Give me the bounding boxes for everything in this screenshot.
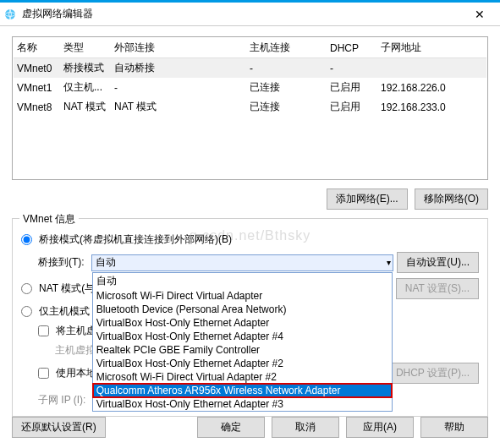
col-header[interactable]: DHCP (327, 38, 377, 58)
table-row[interactable]: VMnet1仅主机...-已连接已启用192.168.226.0 (14, 78, 486, 97)
use-local-label: 使用本地 (56, 366, 96, 380)
dhcp-settings-button[interactable]: DHCP 设置(P)... (387, 363, 479, 384)
subnet-ip-label: 子网 IP (I): (38, 393, 85, 407)
dropdown-option[interactable]: VirtualBox Host-Only Ethernet Adapter (93, 316, 393, 330)
ok-button[interactable]: 确定 (197, 417, 265, 438)
network-table[interactable]: 名称类型外部连接主机连接DHCP子网地址 VMnet0桥接模式自动桥接--VMn… (12, 36, 488, 180)
bridge-adapter-dropdown[interactable]: 自动Microsoft Wi-Fi Direct Virtual Adapter… (92, 272, 393, 412)
apply-button[interactable]: 应用(A) (346, 417, 414, 438)
dropdown-option[interactable]: Microsoft Wi-Fi Direct Virtual Adapter (93, 289, 393, 303)
nat-mode-label: NAT 模式(与 (39, 281, 95, 296)
table-row[interactable]: VMnet8NAT 模式NAT 模式已连接已启用192.168.233.0 (14, 97, 486, 117)
dropdown-option[interactable]: VirtualBox Host-Only Ethernet Adapter #3 (93, 397, 393, 411)
bridge-to-label: 桥接到(T): (38, 255, 85, 270)
hostonly-mode-label: 仅主机模式 (39, 304, 90, 319)
restore-defaults-button[interactable]: 还原默认设置(R) (12, 417, 106, 438)
dropdown-option[interactable]: VirtualBox Host-Only Ethernet Adapter #2 (93, 357, 393, 370)
host-connect-checkbox[interactable] (38, 325, 49, 336)
close-button[interactable]: ✕ (463, 8, 497, 21)
nat-settings-button[interactable]: NAT 设置(S)... (396, 278, 479, 299)
table-row[interactable]: VMnet0桥接模式自动桥接-- (14, 58, 486, 79)
col-header[interactable]: 外部连接 (111, 38, 246, 58)
chevron-down-icon: ▾ (387, 258, 391, 267)
nat-mode-radio[interactable] (21, 283, 32, 294)
dropdown-option[interactable]: Realtek PCIe GBE Family Controller (93, 343, 393, 357)
help-button[interactable]: 帮助 (420, 417, 488, 438)
bridge-adapter-value: 自动 (96, 255, 116, 270)
use-local-checkbox[interactable] (38, 368, 49, 379)
col-header[interactable]: 名称 (14, 38, 60, 58)
hostonly-mode-radio[interactable] (21, 306, 32, 317)
svg-point-0 (5, 9, 15, 19)
app-icon (3, 8, 17, 21)
bridge-mode-label: 桥接模式(将虚拟机直接连接到外部网络)(B) (39, 232, 232, 247)
remove-network-button[interactable]: 移除网络(O) (415, 188, 488, 210)
dropdown-option[interactable]: VirtualBox Host-Only Ethernet Adapter #4 (93, 330, 393, 343)
bridge-adapter-select[interactable]: 自动 ▾ 自动Microsoft Wi-Fi Direct Virtual Ad… (91, 254, 394, 271)
auto-settings-button[interactable]: 自动设置(U)... (397, 252, 479, 273)
cancel-button[interactable]: 取消 (272, 417, 339, 438)
vmnet-info-group: VMnet 信息 桥接模式(将虚拟机直接连接到外部网络)(B) 桥接到(T): … (12, 218, 488, 417)
dropdown-option[interactable]: Microsoft Wi-Fi Direct Virtual Adapter #… (93, 370, 393, 384)
col-header[interactable]: 主机连接 (246, 38, 327, 58)
col-header[interactable]: 子网地址 (377, 38, 486, 58)
group-title: VMnet 信息 (19, 212, 79, 227)
add-network-button[interactable]: 添加网络(E)... (327, 188, 408, 210)
dropdown-option[interactable]: 自动 (93, 273, 393, 289)
dropdown-option[interactable]: Qualcomm Atheros AR956x Wireless Network… (92, 383, 393, 398)
bridge-mode-radio[interactable] (21, 234, 32, 245)
window-title: 虚拟网络编辑器 (22, 7, 463, 21)
dropdown-option[interactable]: Bluetooth Device (Personal Area Network) (93, 303, 393, 316)
titlebar: 虚拟网络编辑器 ✕ (0, 3, 500, 26)
col-header[interactable]: 类型 (60, 38, 111, 58)
